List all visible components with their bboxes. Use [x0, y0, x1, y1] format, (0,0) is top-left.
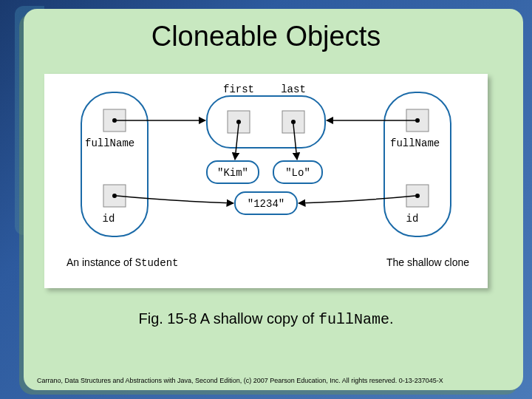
arrow-left-id — [117, 196, 233, 203]
last-label: last — [281, 83, 306, 95]
svg-point-5 — [291, 120, 296, 124]
kim-value: "Kim" — [217, 167, 248, 179]
left-fullname-label: fullName — [85, 137, 134, 149]
svg-point-0 — [112, 118, 117, 123]
lo-value: "Lo" — [285, 167, 310, 179]
shallow-copy-diagram: fullName id fullName id first last "Kim"… — [44, 74, 488, 288]
footer-copyright: Carrano, Data Structures and Abstraction… — [37, 377, 510, 384]
num-value: "1234" — [248, 198, 284, 210]
fullname-object-capsule — [207, 96, 325, 148]
right-fullname-label: fullName — [390, 137, 440, 149]
left-id-label: id — [103, 213, 115, 225]
figure-panel: fullName id fullName id first last "Kim"… — [44, 74, 488, 288]
right-id-label: id — [406, 213, 419, 225]
arrow-right-id — [299, 196, 415, 203]
caption-code: fullName — [318, 311, 389, 328]
svg-point-3 — [415, 194, 420, 198]
caption-prefix: Fig. 15-8 A shallow copy of — [138, 310, 318, 327]
figure-caption: Fig. 15-8 A shallow copy of fullName. — [0, 310, 532, 328]
slide-title: Cloneable Objects — [0, 21, 532, 52]
right-clone-caption: The shallow clone — [386, 256, 469, 268]
first-label: first — [223, 83, 254, 95]
svg-point-2 — [415, 118, 420, 123]
left-instance-caption: An instance of Student — [66, 256, 178, 269]
caption-suffix: . — [389, 310, 394, 327]
svg-point-4 — [236, 120, 241, 124]
svg-point-1 — [112, 194, 117, 198]
